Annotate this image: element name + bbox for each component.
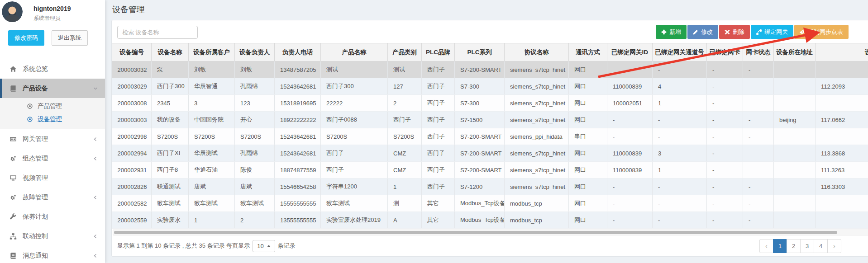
plus-icon: [661, 29, 667, 35]
column-header-设备编号[interactable]: 设备编号: [112, 43, 152, 61]
cell: S7-300: [455, 95, 505, 112]
cell: 15555555555: [275, 195, 321, 212]
cell: 西门子: [422, 162, 455, 178]
submenu-item-设备管理[interactable]: 设备管理: [0, 113, 105, 126]
force-sync-button[interactable]: 强制同步点表: [794, 25, 849, 39]
cell: [774, 61, 816, 78]
button-label: 绑定网关: [764, 28, 788, 36]
records-suffix: 条记录: [278, 242, 296, 250]
column-header-PLC系列[interactable]: PLC系列: [455, 43, 505, 61]
column-header-设备所在经度[interactable]: 设备所在经度: [816, 43, 868, 61]
page-button-1[interactable]: 1: [773, 239, 787, 253]
change-password-button[interactable]: 修改密码: [8, 30, 44, 46]
cell: 西门子: [422, 178, 455, 195]
column-header-设备所在地址[interactable]: 设备所在地址: [774, 43, 816, 61]
sidebar-item-系统总览[interactable]: 系统总览: [0, 59, 105, 79]
sidebar-item-保养计划[interactable]: 保养计划: [0, 207, 105, 226]
user-profile: hignton2019 系统管理员: [0, 0, 105, 24]
username: hignton2019: [33, 2, 100, 12]
column-header-协议名称[interactable]: 协议名称: [505, 43, 569, 61]
logout-button[interactable]: 退出系统: [52, 30, 88, 46]
cell: CMZ: [388, 162, 422, 178]
pencil-icon: [693, 29, 698, 35]
table-row[interactable]: 200002931西门子8华通石油陈俊18874877559西门子CMZ西门子S…: [112, 162, 868, 178]
cell: S7-1200: [455, 178, 505, 195]
cell: siemens_s7tcp_hinet: [505, 61, 569, 78]
cell: 我的设备: [152, 112, 189, 128]
sidebar-item-产品设备[interactable]: 产品设备: [0, 79, 105, 98]
cell: 开心: [235, 112, 275, 128]
column-header-产品名称[interactable]: 产品名称: [321, 43, 388, 61]
submenu-item-产品管理[interactable]: 产品管理: [0, 99, 105, 113]
cell: 华辰智通: [189, 78, 235, 95]
page-button-3[interactable]: 3: [800, 239, 814, 253]
sidebar-item-视频管理[interactable]: 视频管理: [0, 168, 105, 188]
table-row[interactable]: 200002994西门子XI华辰测试孔雨绵15243642681西门子CMZ西门…: [112, 145, 868, 162]
sidebar-item-故障管理[interactable]: 故障管理: [0, 188, 105, 207]
cell: 猴车测试: [152, 195, 189, 212]
cell: 实验室废水处理2019: [321, 212, 388, 229]
column-header-网卡状态[interactable]: 网卡状态: [743, 43, 774, 61]
cell: 华通石油: [189, 162, 235, 178]
cell: 112.2093: [816, 78, 868, 95]
table-row[interactable]: 2000030082345312315318919695222222西门子S7-…: [112, 95, 868, 112]
sidebar-item-消息通知[interactable]: 消息通知: [0, 246, 105, 263]
edit-button[interactable]: 修改: [687, 25, 718, 39]
delete-button[interactable]: 删除: [719, 25, 750, 39]
column-header-已绑定网关ID[interactable]: 已绑定网关ID: [607, 43, 653, 61]
cell: 15243642681: [275, 128, 321, 145]
bind-gateway-button[interactable]: 绑定网关: [751, 25, 793, 39]
cell: 唐斌: [189, 178, 235, 195]
cell: -: [607, 212, 653, 229]
table-row[interactable]: 200003032泵刘敏刘敏13487587205测试测试西门子S7-200-S…: [112, 61, 868, 78]
next-page-button[interactable]: ›: [827, 239, 841, 253]
column-header-PLC品牌[interactable]: PLC品牌: [422, 43, 455, 61]
sidebar-item-联动控制[interactable]: 联动控制: [0, 226, 105, 246]
cell: [774, 78, 816, 95]
column-header-已绑定网关通道号[interactable]: 已绑定网关通道号: [653, 43, 707, 61]
column-header-设备负责人[interactable]: 设备负责人: [235, 43, 275, 61]
search-input[interactable]: [117, 26, 198, 39]
avatar-image: [2, 1, 23, 22]
table-row[interactable]: 200002559实验废水1213555555555实验室废水处理2019A其它…: [112, 212, 868, 229]
cell: 1: [388, 178, 422, 195]
cell: 113.3868: [816, 145, 868, 162]
cell: modbus_tcp: [505, 212, 569, 229]
column-header-通讯方式[interactable]: 通讯方式: [569, 43, 607, 61]
cell: 15243642681: [275, 78, 321, 95]
table-row[interactable]: 200002826联通测试唐斌唐斌15546654258字符串12001西门子S…: [112, 178, 868, 195]
page-size-dropdown[interactable]: 10: [253, 240, 275, 252]
add-button[interactable]: 新增: [656, 25, 687, 39]
submenu-item-label: 产品管理: [38, 102, 62, 110]
column-header-设备所属客户[interactable]: 设备所属客户: [189, 43, 235, 61]
table-row[interactable]: 200002998S7200SS7200SS7200S15243642681S7…: [112, 128, 868, 145]
sidebar-item-label: 联动控制: [23, 232, 48, 240]
column-header-负责人电话[interactable]: 负责人电话: [275, 43, 321, 61]
cell: 中国国务院: [189, 112, 235, 128]
column-header-产品类别[interactable]: 产品类别: [388, 43, 422, 61]
sidebar-item-组态管理[interactable]: 组态管理: [0, 149, 105, 168]
cell: 3: [653, 145, 707, 162]
cell: 2: [388, 95, 422, 112]
column-header-设备名称[interactable]: 设备名称: [152, 43, 189, 61]
sidebar-item-网关管理[interactable]: 网关管理: [0, 129, 105, 149]
cell: -: [653, 195, 707, 212]
page-button-4[interactable]: 4: [814, 239, 828, 253]
horizontal-scrollbar[interactable]: [113, 230, 868, 235]
cell: -: [607, 195, 653, 212]
cell: modbus_tcp: [505, 195, 569, 212]
sidebar-item-label: 产品设备: [23, 85, 48, 93]
table-row[interactable]: 200003029西门子300华辰智通孔雨绵15243642681西门子3001…: [112, 78, 868, 95]
table-row[interactable]: 200003003我的设备中国国务院开心18922222222西门子0088西门…: [112, 112, 868, 128]
column-header-已绑定网卡[interactable]: 已绑定网卡: [707, 43, 743, 61]
cell: [774, 128, 816, 145]
cell: siemens_s7tcp_hinet: [505, 112, 569, 128]
scrollbar-thumb[interactable]: [114, 231, 837, 234]
cell: S7200S: [388, 128, 422, 145]
sitemap-icon: [10, 233, 17, 240]
page-button-2[interactable]: 2: [787, 239, 801, 253]
cell: 西门子: [422, 95, 455, 112]
cell: beijing: [774, 112, 816, 128]
prev-page-button[interactable]: ‹: [759, 239, 773, 253]
table-row[interactable]: 200002582猴车测试猴车测试猴车测试15555555555猴车测试测其它M…: [112, 195, 868, 212]
